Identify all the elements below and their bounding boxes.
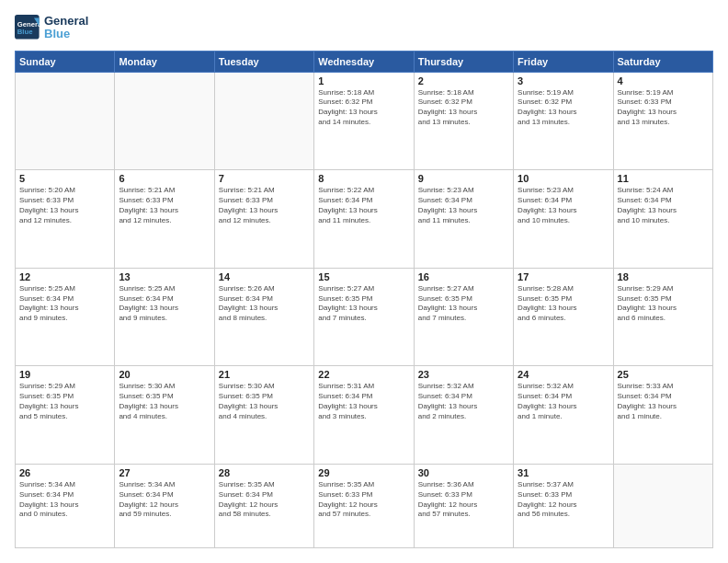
calendar-week-2: 5Sunrise: 5:20 AM Sunset: 6:33 PM Daylig… — [16, 170, 713, 269]
day-info: Sunrise: 5:34 AM Sunset: 6:34 PM Dayligh… — [19, 480, 110, 520]
day-number: 13 — [119, 271, 210, 282]
logo-icon: General Blue — [15, 15, 40, 40]
day-info: Sunrise: 5:20 AM Sunset: 6:33 PM Dayligh… — [19, 186, 110, 225]
day-info: Sunrise: 5:21 AM Sunset: 6:33 PM Dayligh… — [119, 186, 210, 225]
day-info: Sunrise: 5:36 AM Sunset: 6:33 PM Dayligh… — [418, 480, 509, 520]
day-number: 8 — [318, 173, 409, 184]
calendar-cell: 31Sunrise: 5:37 AM Sunset: 6:33 PM Dayli… — [514, 465, 613, 548]
calendar-cell: 10Sunrise: 5:23 AM Sunset: 6:34 PM Dayli… — [514, 170, 613, 269]
day-info: Sunrise: 5:31 AM Sunset: 6:34 PM Dayligh… — [318, 382, 409, 421]
day-number: 10 — [518, 173, 609, 184]
day-number: 18 — [618, 271, 709, 282]
weekday-header-row: SundayMondayTuesdayWednesdayThursdayFrid… — [16, 51, 713, 72]
calendar-cell: 21Sunrise: 5:30 AM Sunset: 6:35 PM Dayli… — [214, 366, 313, 465]
day-info: Sunrise: 5:22 AM Sunset: 6:34 PM Dayligh… — [318, 186, 409, 225]
weekday-header-thursday: Thursday — [414, 51, 513, 72]
calendar-cell — [214, 72, 313, 170]
calendar-cell: 1Sunrise: 5:18 AM Sunset: 6:32 PM Daylig… — [314, 72, 414, 170]
calendar-cell: 23Sunrise: 5:32 AM Sunset: 6:34 PM Dayli… — [414, 366, 513, 465]
day-number: 12 — [19, 271, 110, 282]
day-info: Sunrise: 5:34 AM Sunset: 6:34 PM Dayligh… — [119, 480, 210, 520]
calendar-cell: 20Sunrise: 5:30 AM Sunset: 6:35 PM Dayli… — [115, 366, 214, 465]
calendar-cell: 29Sunrise: 5:35 AM Sunset: 6:33 PM Dayli… — [314, 465, 414, 548]
day-info: Sunrise: 5:21 AM Sunset: 6:33 PM Dayligh… — [219, 186, 310, 225]
weekday-header-friday: Friday — [514, 51, 613, 72]
calendar-cell — [16, 72, 115, 170]
calendar-cell: 25Sunrise: 5:33 AM Sunset: 6:34 PM Dayli… — [613, 366, 712, 465]
day-info: Sunrise: 5:18 AM Sunset: 6:32 PM Dayligh… — [418, 88, 509, 128]
day-info: Sunrise: 5:24 AM Sunset: 6:34 PM Dayligh… — [618, 186, 709, 225]
day-info: Sunrise: 5:25 AM Sunset: 6:34 PM Dayligh… — [119, 284, 210, 324]
day-info: Sunrise: 5:32 AM Sunset: 6:34 PM Dayligh… — [418, 382, 509, 421]
page: General Blue General Blue SundayMondayTu… — [0, 0, 728, 563]
day-number: 25 — [618, 369, 709, 380]
day-info: Sunrise: 5:19 AM Sunset: 6:33 PM Dayligh… — [618, 88, 709, 128]
calendar-cell: 11Sunrise: 5:24 AM Sunset: 6:34 PM Dayli… — [613, 170, 712, 269]
day-number: 19 — [19, 369, 110, 380]
calendar-week-1: 1Sunrise: 5:18 AM Sunset: 6:32 PM Daylig… — [16, 72, 713, 170]
day-info: Sunrise: 5:35 AM Sunset: 6:33 PM Dayligh… — [318, 480, 409, 520]
calendar-cell: 9Sunrise: 5:23 AM Sunset: 6:34 PM Daylig… — [414, 170, 513, 269]
calendar-cell — [613, 465, 712, 548]
day-number: 2 — [418, 75, 509, 86]
day-number: 5 — [19, 173, 110, 184]
calendar-cell: 17Sunrise: 5:28 AM Sunset: 6:35 PM Dayli… — [514, 268, 613, 366]
day-number: 1 — [318, 75, 409, 86]
day-number: 17 — [518, 271, 609, 282]
logo-blue: Blue — [44, 28, 88, 40]
day-number: 20 — [119, 369, 210, 380]
day-number: 16 — [418, 271, 509, 282]
calendar-week-3: 12Sunrise: 5:25 AM Sunset: 6:34 PM Dayli… — [16, 268, 713, 366]
day-info: Sunrise: 5:29 AM Sunset: 6:35 PM Dayligh… — [19, 382, 110, 421]
day-number: 15 — [318, 271, 409, 282]
calendar-cell: 5Sunrise: 5:20 AM Sunset: 6:33 PM Daylig… — [16, 170, 115, 269]
day-info: Sunrise: 5:35 AM Sunset: 6:34 PM Dayligh… — [219, 480, 310, 520]
logo: General Blue General Blue — [15, 15, 88, 41]
calendar-cell: 13Sunrise: 5:25 AM Sunset: 6:34 PM Dayli… — [115, 268, 214, 366]
day-info: Sunrise: 5:27 AM Sunset: 6:35 PM Dayligh… — [318, 284, 409, 324]
day-info: Sunrise: 5:30 AM Sunset: 6:35 PM Dayligh… — [219, 382, 310, 421]
weekday-header-monday: Monday — [115, 51, 214, 72]
calendar-cell: 12Sunrise: 5:25 AM Sunset: 6:34 PM Dayli… — [16, 268, 115, 366]
day-number: 21 — [219, 369, 310, 380]
day-number: 31 — [518, 467, 609, 478]
logo-general: General — [44, 15, 88, 28]
day-number: 11 — [618, 173, 709, 184]
day-info: Sunrise: 5:23 AM Sunset: 6:34 PM Dayligh… — [518, 186, 609, 225]
calendar-cell: 18Sunrise: 5:29 AM Sunset: 6:35 PM Dayli… — [613, 268, 712, 366]
day-number: 26 — [19, 467, 110, 478]
calendar-cell: 30Sunrise: 5:36 AM Sunset: 6:33 PM Dayli… — [414, 465, 513, 548]
svg-text:Blue: Blue — [17, 28, 33, 36]
day-number: 4 — [618, 75, 709, 86]
day-info: Sunrise: 5:23 AM Sunset: 6:34 PM Dayligh… — [418, 186, 509, 225]
weekday-header-saturday: Saturday — [613, 51, 712, 72]
header: General Blue General Blue — [15, 15, 713, 41]
day-number: 3 — [518, 75, 609, 86]
weekday-header-tuesday: Tuesday — [214, 51, 313, 72]
day-number: 23 — [418, 369, 509, 380]
calendar-cell: 24Sunrise: 5:32 AM Sunset: 6:34 PM Dayli… — [514, 366, 613, 465]
day-number: 22 — [318, 369, 409, 380]
calendar-cell: 8Sunrise: 5:22 AM Sunset: 6:34 PM Daylig… — [314, 170, 414, 269]
day-number: 28 — [219, 467, 310, 478]
day-info: Sunrise: 5:37 AM Sunset: 6:33 PM Dayligh… — [518, 480, 609, 520]
calendar-cell: 28Sunrise: 5:35 AM Sunset: 6:34 PM Dayli… — [214, 465, 313, 548]
calendar-week-5: 26Sunrise: 5:34 AM Sunset: 6:34 PM Dayli… — [16, 465, 713, 548]
day-info: Sunrise: 5:32 AM Sunset: 6:34 PM Dayligh… — [518, 382, 609, 421]
day-info: Sunrise: 5:25 AM Sunset: 6:34 PM Dayligh… — [19, 284, 110, 324]
day-number: 9 — [418, 173, 509, 184]
day-number: 14 — [219, 271, 310, 282]
calendar-cell — [115, 72, 214, 170]
day-number: 27 — [119, 467, 210, 478]
weekday-header-sunday: Sunday — [16, 51, 115, 72]
day-info: Sunrise: 5:28 AM Sunset: 6:35 PM Dayligh… — [518, 284, 609, 324]
calendar-cell: 6Sunrise: 5:21 AM Sunset: 6:33 PM Daylig… — [115, 170, 214, 269]
calendar-cell: 22Sunrise: 5:31 AM Sunset: 6:34 PM Dayli… — [314, 366, 414, 465]
day-info: Sunrise: 5:29 AM Sunset: 6:35 PM Dayligh… — [618, 284, 709, 324]
day-info: Sunrise: 5:33 AM Sunset: 6:34 PM Dayligh… — [618, 382, 709, 421]
day-info: Sunrise: 5:27 AM Sunset: 6:35 PM Dayligh… — [418, 284, 509, 324]
day-number: 30 — [418, 467, 509, 478]
day-number: 24 — [518, 369, 609, 380]
calendar-cell: 26Sunrise: 5:34 AM Sunset: 6:34 PM Dayli… — [16, 465, 115, 548]
calendar-cell: 4Sunrise: 5:19 AM Sunset: 6:33 PM Daylig… — [613, 72, 712, 170]
